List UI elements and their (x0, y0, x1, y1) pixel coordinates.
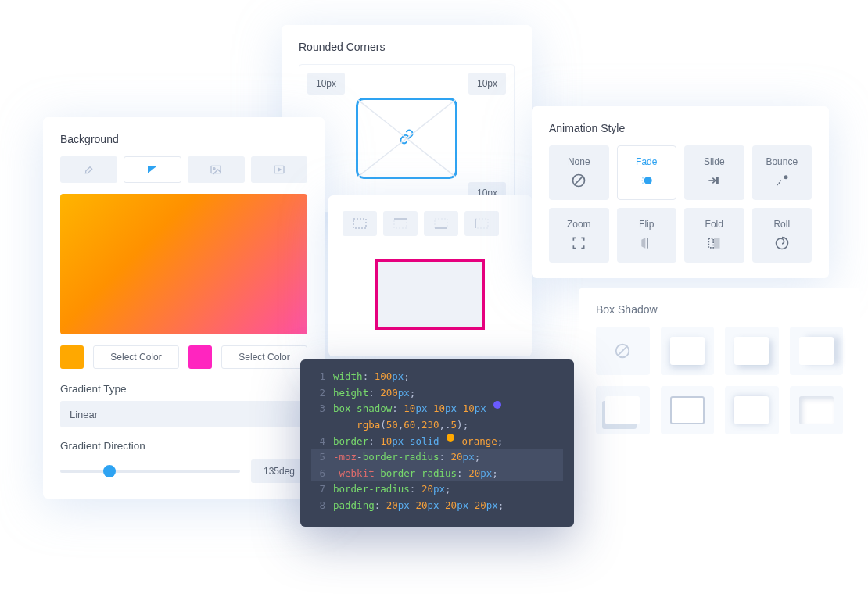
animation-option-fold[interactable]: Fold (684, 208, 744, 263)
gradient-color-row: Select Color Select Color (60, 345, 307, 369)
animation-label: Fold (705, 219, 723, 230)
svg-point-17 (642, 183, 644, 184)
bounce-icon (773, 172, 791, 189)
box-shadow-panel: Box Shadow (579, 288, 860, 450)
none-icon (570, 172, 587, 189)
code-block: 1width: 100px;2height: 200px;3box-shadow… (300, 359, 574, 527)
border-top[interactable] (383, 211, 418, 236)
gradient-color-2-swatch[interactable] (188, 345, 212, 369)
border-panel (328, 195, 532, 356)
box-shadow-opt-1[interactable] (661, 327, 715, 375)
svg-rect-6 (353, 219, 366, 228)
animation-label: Slide (704, 156, 725, 167)
gradient-type-label: Gradient Type (60, 383, 307, 395)
code-line: 7border-radius: 20px; (311, 481, 563, 498)
svg-point-16 (641, 180, 643, 181)
animation-option-roll[interactable]: Roll (752, 208, 812, 263)
box-shadow-opt-5[interactable] (661, 386, 715, 434)
code-line: 5-moz-border-radius: 20px; (311, 449, 563, 466)
background-title: Background (60, 133, 307, 145)
tab-gradient[interactable] (124, 156, 182, 183)
corner-tl-input[interactable]: 10px (307, 73, 345, 95)
gradient-direction-slider[interactable] (60, 470, 240, 473)
box-shadow-opt-3[interactable] (790, 327, 844, 375)
svg-rect-9 (435, 219, 447, 228)
svg-rect-21 (709, 238, 714, 248)
border-style-row (343, 211, 518, 236)
code-line: 8padding: 20px 20px 20px 20px; (311, 498, 563, 514)
code-line: 4border: 10px solid orange; (311, 434, 563, 450)
rounded-corners-title: Rounded Corners (299, 41, 515, 53)
background-panel: Background Select Color Select Color Gra… (43, 117, 325, 499)
gradient-preview (60, 194, 307, 334)
box-shadow-grid (596, 327, 843, 434)
code-line: 1width: 100px; (311, 369, 563, 385)
animation-title: Animation Style (549, 122, 812, 134)
fade-icon (638, 172, 655, 189)
rounded-corners-preview (356, 98, 457, 179)
gradient-direction-label: Gradient Direction (60, 440, 307, 452)
slide-icon (705, 172, 723, 189)
animation-grid: NoneFadeSlideBounceZoomFlipFoldRoll (549, 145, 812, 263)
code-line: 3box-shadow: 10px 10px 10px (311, 401, 563, 417)
animation-label: Fade (636, 156, 657, 167)
svg-rect-20 (647, 238, 648, 248)
animation-label: Flip (639, 219, 654, 230)
svg-rect-7 (394, 219, 407, 228)
animation-option-flip[interactable]: Flip (617, 208, 677, 263)
slider-thumb[interactable] (103, 465, 116, 477)
svg-point-15 (642, 177, 644, 179)
animation-label: Bounce (766, 156, 798, 167)
code-line: 6-webkit-border-radius: 20px; (311, 466, 563, 482)
border-bottom[interactable] (424, 211, 458, 236)
rounded-corners-body: 10px 10px 10px (299, 64, 515, 213)
tab-color[interactable] (60, 156, 117, 183)
box-shadow-opt-2[interactable] (725, 327, 779, 375)
flip-icon (638, 234, 655, 252)
tab-image[interactable] (188, 156, 245, 183)
zoom-icon (570, 234, 587, 252)
svg-point-14 (644, 177, 651, 184)
fold-icon (705, 234, 723, 252)
animation-label: None (568, 156, 590, 167)
animation-label: Roll (773, 219, 790, 230)
gradient-color-2-button[interactable]: Select Color (221, 345, 307, 369)
animation-option-zoom[interactable]: Zoom (549, 208, 609, 263)
animation-option-none[interactable]: None (549, 145, 609, 200)
svg-rect-11 (475, 219, 488, 228)
box-shadow-title: Box Shadow (596, 303, 843, 316)
animation-label: Zoom (567, 219, 591, 230)
roll-icon (773, 234, 791, 252)
border-preview (375, 259, 485, 330)
corner-tr-input[interactable]: 10px (468, 73, 506, 95)
svg-rect-22 (715, 238, 719, 248)
animation-panel: Animation Style NoneFadeSlideBounceZoomF… (532, 106, 829, 278)
box-shadow-none[interactable] (596, 327, 650, 375)
svg-point-19 (784, 176, 787, 178)
animation-option-slide[interactable]: Slide (684, 145, 744, 200)
animation-option-fade[interactable]: Fade (617, 145, 677, 200)
svg-point-4 (213, 168, 215, 170)
box-shadow-opt-4[interactable] (596, 386, 650, 434)
gradient-color-1-button[interactable]: Select Color (93, 345, 179, 369)
gradient-direction-value[interactable]: 135deg (251, 459, 307, 483)
animation-option-bounce[interactable]: Bounce (752, 145, 812, 200)
code-line: rgba(50,60,230,.5); (311, 417, 563, 434)
box-shadow-opt-6[interactable] (725, 386, 779, 434)
box-shadow-opt-7[interactable] (790, 386, 844, 434)
border-all[interactable] (343, 211, 377, 236)
border-left[interactable] (464, 211, 499, 236)
background-tabs (60, 156, 307, 183)
gradient-type-select[interactable]: Linear (60, 401, 307, 427)
code-line: 2height: 200px; (311, 385, 563, 402)
svg-rect-18 (716, 177, 719, 184)
gradient-color-1-swatch[interactable] (60, 345, 84, 369)
tab-video[interactable] (251, 156, 308, 183)
